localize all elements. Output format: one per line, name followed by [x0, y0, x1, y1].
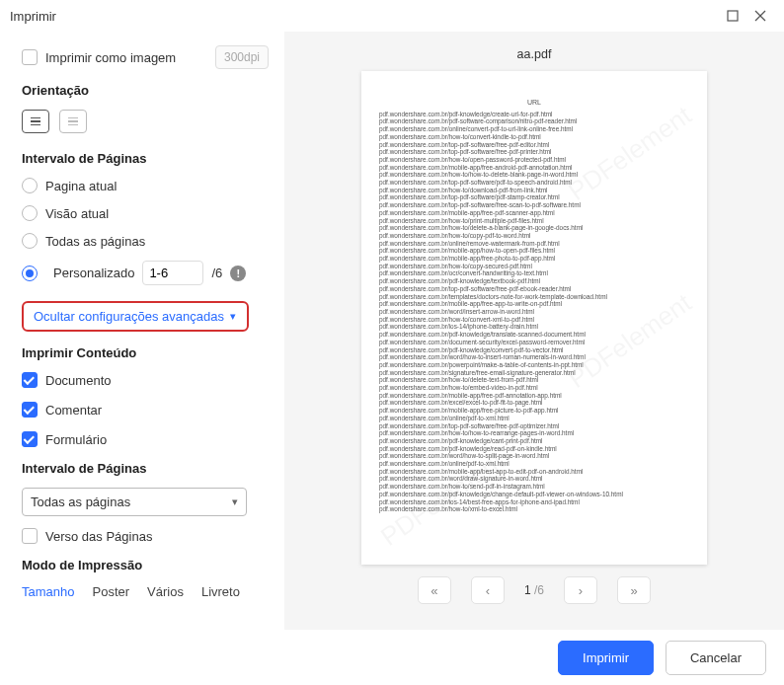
url-line: pdf.wondershare.com.br/top-pdf-software/… [379, 201, 689, 209]
url-list: pdf.wondershare.com.br/pdf-knowledge/cre… [379, 111, 689, 513]
titlebar: Imprimir [0, 0, 784, 32]
url-line: pdf.wondershare.com.br/ios-14/best-free-… [379, 498, 689, 506]
document-filename: aa.pdf [517, 47, 552, 61]
orientation-heading: Orientação [22, 83, 269, 98]
url-line: pdf.wondershare.com.br/top-pdf-software/… [379, 422, 689, 430]
url-line: pdf.wondershare.com.br/how-to/convert-ki… [379, 133, 689, 141]
page-range-heading: Intervalo de Páginas [22, 151, 269, 166]
url-line: pdf.wondershare.com.br/how-to/open-passw… [379, 156, 689, 164]
url-line: pdf.wondershare.com.br/powerpoint/make-a… [379, 361, 689, 369]
svg-rect-0 [728, 11, 738, 21]
url-line: pdf.wondershare.com.br/how-to/download-p… [379, 187, 689, 194]
url-line: pdf.wondershare.com.br/pdf-knowledge/cre… [379, 111, 689, 118]
url-line: pdf.wondershare.com.br/how-to/delete-a-b… [379, 224, 689, 232]
document-label: Documento [45, 373, 111, 388]
pager-first[interactable]: « [418, 576, 451, 604]
tab-poster[interactable]: Poster [92, 584, 129, 599]
url-line: pdf.wondershare.com.br/top-pdf-software/… [379, 141, 689, 149]
url-line: pdf.wondershare.com.br/pdf-software-comp… [379, 117, 689, 125]
window-title: Imprimir [10, 9, 719, 24]
footer: Imprimir Cancelar [0, 630, 784, 685]
close-button[interactable] [746, 2, 774, 30]
comment-checkbox[interactable] [22, 402, 38, 418]
print-as-image-checkbox[interactable] [22, 49, 38, 65]
subset-select[interactable]: Todas as páginas ▾ [22, 488, 247, 516]
maximize-button[interactable] [719, 2, 746, 30]
url-line: pdf.wondershare.com.br/pdf-knowledge/rea… [379, 445, 689, 453]
url-line: pdf.wondershare.com.br/mobile-app/how-to… [379, 247, 689, 255]
tab-multiple[interactable]: Vários [147, 584, 184, 599]
url-line: pdf.wondershare.com.br/online/convert-pd… [379, 125, 689, 133]
preview-panel: aa.pdf PDFelement PDFelement PDFelement … [284, 32, 784, 630]
radio-custom[interactable] [22, 266, 38, 281]
url-line: pdf.wondershare.com.br/how-to/copy-secur… [379, 263, 689, 270]
pager-prev[interactable]: ‹ [471, 576, 505, 604]
url-line: pdf.wondershare.com.br/pdf-knowledge/con… [379, 346, 689, 354]
cancel-button[interactable]: Cancelar [666, 641, 766, 675]
url-line: pdf.wondershare.com.br/how-to/convert-xm… [379, 316, 689, 324]
url-line: pdf.wondershare.com.br/document-security… [379, 339, 689, 346]
reverse-pages-label: Verso das Páginas [45, 529, 152, 544]
advanced-toggle[interactable]: Ocultar configurações avançadas ▾ [22, 301, 249, 332]
url-line: pdf.wondershare.com.br/how-to/delete-tex… [379, 376, 689, 384]
document-checkbox[interactable] [22, 372, 38, 388]
radio-all-pages[interactable] [22, 233, 38, 249]
radio-current-view-label: Visão atual [45, 206, 109, 221]
url-line: pdf.wondershare.com.br/top-pdf-software/… [379, 193, 689, 201]
url-line: pdf.wondershare.com.br/mobile-app/best-a… [379, 468, 689, 476]
url-line: pdf.wondershare.com.br/pdf-knowledge/cha… [379, 491, 689, 498]
settings-sidebar: Imprimir como imagem 300dpi Orientação I… [0, 32, 284, 630]
url-line: pdf.wondershare.com.br/pdf-knowledge/tex… [379, 277, 689, 285]
pager-last[interactable]: » [617, 576, 651, 604]
form-checkbox[interactable] [22, 431, 38, 447]
url-line: pdf.wondershare.com.br/pdf-knowledge/tra… [379, 331, 689, 339]
url-line: pdf.wondershare.com.br/online/remove-wat… [379, 240, 689, 248]
total-pages-suffix: /6 [211, 266, 222, 280]
url-line: pdf.wondershare.com.br/word/how-to-inser… [379, 353, 689, 361]
tab-booklet[interactable]: Livreto [201, 584, 240, 599]
url-line: pdf.wondershare.com.br/mobile-app/free-p… [379, 209, 689, 217]
url-line: pdf.wondershare.com.br/excel/excel-to-pd… [379, 399, 689, 407]
radio-all-pages-label: Todas as páginas [45, 234, 145, 249]
url-line: pdf.wondershare.com.br/word/insert-arrow… [379, 308, 689, 316]
warning-icon: ! [230, 266, 246, 281]
advanced-toggle-label: Ocultar configurações avançadas [34, 309, 224, 324]
print-as-image-label: Imprimir como imagem [45, 50, 176, 65]
url-line: pdf.wondershare.com.br/pdf-knowledge/can… [379, 437, 689, 445]
pager-position: 1 /6 [524, 583, 544, 597]
orientation-portrait[interactable] [22, 110, 49, 133]
comment-label: Comentar [45, 403, 102, 418]
pager-next[interactable]: › [564, 576, 597, 604]
dpi-field[interactable]: 300dpi [215, 45, 269, 69]
url-line: pdf.wondershare.com.br/top-pdf-software/… [379, 179, 689, 187]
custom-range-input[interactable] [142, 261, 203, 285]
pager: « ‹ 1 /6 › » [418, 576, 651, 604]
url-line: pdf.wondershare.com.br/how-to/how-to-rea… [379, 429, 689, 437]
url-line: pdf.wondershare.com.br/ios-14/iphone-bat… [379, 323, 689, 331]
url-line: pdf.wondershare.com.br/mobile-app/free-p… [379, 407, 689, 415]
radio-current-page[interactable] [22, 178, 38, 193]
print-mode-heading: Modo de Impressão [22, 558, 269, 572]
url-line: pdf.wondershare.com.br/how-to/send-pdf-i… [379, 483, 689, 491]
orientation-landscape[interactable] [59, 110, 87, 133]
tab-size[interactable]: Tamanho [22, 584, 74, 599]
page-preview: PDFelement PDFelement PDFelement URL pdf… [361, 71, 707, 565]
print-button[interactable]: Imprimir [558, 641, 654, 675]
url-line: pdf.wondershare.com.br/templates/doctors… [379, 293, 689, 301]
url-line: pdf.wondershare.com.br/word/how-to-split… [379, 452, 689, 460]
url-line: pdf.wondershare.com.br/top-pdf-software/… [379, 148, 689, 156]
url-line: pdf.wondershare.com.br/how-to/copy-pdf-t… [379, 232, 689, 240]
radio-current-view[interactable] [22, 205, 38, 221]
subset-select-value: Todas as páginas [31, 495, 130, 509]
url-line: pdf.wondershare.com.br/mobile-app/free-p… [379, 392, 689, 400]
form-label: Formulário [45, 432, 107, 447]
url-line: pdf.wondershare.com.br/signature/free-em… [379, 369, 689, 377]
url-line: pdf.wondershare.com.br/how-to/print-mult… [379, 217, 689, 225]
url-line: pdf.wondershare.com.br/mobile-app/free-a… [379, 300, 689, 308]
url-line: pdf.wondershare.com.br/mobile-app/free-a… [379, 164, 689, 172]
url-line: pdf.wondershare.com.br/online/pdf-to-xml… [379, 460, 689, 468]
url-line: pdf.wondershare.com.br/word/draw-signatu… [379, 475, 689, 483]
url-line: pdf.wondershare.com.br/online/pdf-to-xml… [379, 415, 689, 422]
radio-current-page-label: Pagina atual [45, 179, 117, 193]
reverse-pages-checkbox[interactable] [22, 528, 38, 544]
